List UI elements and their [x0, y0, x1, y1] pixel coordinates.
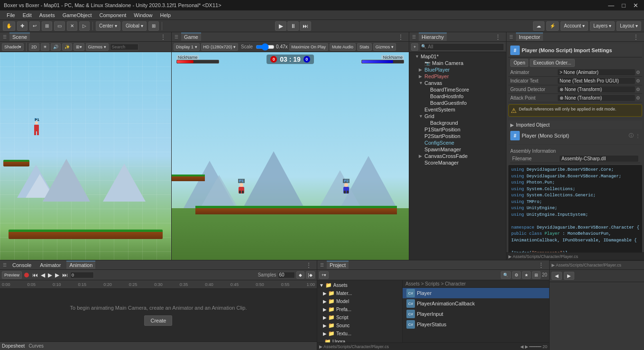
scale-tool[interactable]: ⊞	[42, 21, 52, 31]
lighting-btn[interactable]: ☀	[41, 43, 49, 51]
play-button[interactable]: ▶	[275, 21, 286, 31]
anim-go-start[interactable]: ⏮	[31, 272, 39, 278]
tab-game[interactable]: Game	[181, 33, 201, 41]
tab-animation[interactable]: Animation	[66, 261, 95, 269]
custom-tool[interactable]: ▷	[79, 21, 90, 31]
proj-folder-textures[interactable]: ▶ 📁 Textu...	[317, 330, 402, 338]
hier-item-event-system[interactable]: EventSystem	[409, 106, 506, 113]
project-search-btn[interactable]: 🔍	[501, 271, 511, 279]
move-tool[interactable]: ✚	[17, 21, 28, 31]
project-view-btn[interactable]: ⊞	[532, 271, 541, 279]
pause-button[interactable]: ⏸	[287, 21, 299, 31]
hier-item-blue-player[interactable]: ▶ BluePlayer	[409, 66, 506, 73]
hierarchy-search[interactable]	[420, 43, 504, 51]
cloud-btn[interactable]: ⚡	[546, 21, 559, 31]
rotate-tool[interactable]: ↩	[29, 21, 40, 31]
layout-btn[interactable]: Layout ▾	[616, 21, 641, 31]
proj-slider[interactable]: ━━━━━	[529, 344, 541, 349]
menu-help[interactable]: Help	[156, 12, 175, 18]
hierarchy-add-btn[interactable]: +	[411, 43, 418, 51]
proj-folder-scripts[interactable]: ▶ 📁 Script	[317, 313, 402, 322]
hier-item-spawn-manager[interactable]: SpawnManager	[409, 146, 506, 153]
hier-item-p1start[interactable]: P1StartPosition	[409, 126, 506, 133]
proj-nav-right[interactable]: ▶	[525, 344, 528, 349]
anim-next-frame[interactable]: ▶	[54, 272, 60, 278]
project-star-btn[interactable]: ★	[522, 271, 531, 279]
fx-btn[interactable]: ✨	[62, 43, 72, 51]
curves-tab[interactable]: Curves	[28, 343, 44, 349]
menu-window[interactable]: Window	[130, 12, 156, 18]
resolution-btn[interactable]: HD (1280x720) ▾	[201, 43, 239, 51]
grid-btn[interactable]: ⊞	[148, 21, 159, 31]
hier-item-p2start[interactable]: P2StartPosition	[409, 133, 506, 139]
hier-item-board-time[interactable]: BoardTimeScore	[409, 86, 506, 93]
hier-item-red-player[interactable]: ▶ RedPlayer	[409, 73, 506, 80]
mute-audio-btn[interactable]: Mute Audio	[330, 43, 356, 51]
maximize-on-play-btn[interactable]: Maximize On Play	[289, 43, 329, 51]
file-item-player[interactable]: C# Player	[403, 288, 549, 298]
imported-object-header[interactable]: ▶ Imported Object	[508, 121, 642, 129]
project-settings-btn[interactable]: ⚙	[512, 271, 521, 279]
preview-btn[interactable]: Preview	[2, 271, 22, 279]
footer-nav-left[interactable]: ◀	[552, 272, 562, 280]
menu-assets[interactable]: Assets	[36, 12, 59, 18]
rect-tool[interactable]: ▭	[54, 21, 65, 31]
proj-folder-prefabs[interactable]: ▶ 📁 Prefa...	[317, 305, 402, 313]
tab-console[interactable]: Console	[9, 261, 34, 269]
proj-folder-assets[interactable]: ▼ 📁 Assets	[317, 281, 402, 289]
scene-search[interactable]	[110, 44, 138, 50]
layers-btn[interactable]: Layers ▾	[590, 21, 615, 31]
project-options[interactable]: ⋮	[536, 261, 546, 269]
maximize-btn[interactable]: □	[620, 2, 627, 9]
hier-item-map01[interactable]: ▼ Map01*	[409, 53, 506, 60]
menu-component[interactable]: Component	[95, 12, 130, 18]
audio-btn[interactable]: 🔊	[51, 43, 61, 51]
scene-options-btn[interactable]: ⋮	[158, 33, 168, 41]
file-item-player-status[interactable]: C# PlayerStatus	[403, 319, 549, 330]
scene-view[interactable]: P1	[0, 52, 171, 260]
tab-hierarchy[interactable]: Hierarchy	[419, 33, 447, 41]
create-animator-btn[interactable]: Create	[144, 315, 172, 326]
anim-play[interactable]: ▶	[47, 272, 53, 278]
anim-add-event[interactable]: |◆	[306, 271, 315, 279]
project-add-btn[interactable]: +▾	[319, 271, 329, 279]
execution-order-btn[interactable]: Execution Order...	[530, 59, 574, 67]
global-local-btn[interactable]: Global ▾	[122, 21, 147, 31]
hier-item-main-camera[interactable]: 📷 Main Camera	[409, 60, 506, 66]
open-script-btn[interactable]: Open	[510, 59, 528, 67]
field-settings-icon[interactable]: ⚙	[636, 95, 640, 101]
center-pivot-btn[interactable]: Center ▾	[96, 21, 120, 31]
tab-inspector[interactable]: Inspector	[516, 33, 543, 41]
hand-tool[interactable]: ✋	[3, 21, 15, 31]
hier-item-config-scene[interactable]: ConfigScene	[409, 139, 506, 146]
game-options-btn[interactable]: ⋮	[396, 33, 406, 41]
gizmos-btn[interactable]: Gizmos ▾	[86, 43, 109, 51]
hier-item-score-manager[interactable]: ScoreManager	[409, 159, 506, 166]
file-item-player-input[interactable]: C# PlayerInput	[403, 309, 549, 319]
account-btn[interactable]: Account ▾	[561, 21, 588, 31]
stats-btn[interactable]: Stats	[357, 43, 372, 51]
tab-animator[interactable]: Animator	[37, 261, 64, 269]
imported-script-menu[interactable]: ⋮	[635, 133, 640, 138]
file-item-player-animation-callback[interactable]: C# PlayerAnimationCallback	[403, 298, 549, 309]
2d-mode-btn[interactable]: 2D	[29, 43, 39, 51]
field-settings-icon[interactable]: ⚙	[636, 78, 640, 83]
footer-nav-right[interactable]: ▶	[564, 272, 574, 280]
step-button[interactable]: ⏭	[300, 21, 311, 31]
anim-time-input[interactable]	[70, 272, 94, 278]
field-settings-icon[interactable]: ⚙	[636, 87, 640, 92]
samples-input[interactable]	[278, 272, 295, 278]
anim-prev-frame[interactable]: ◀	[40, 272, 46, 278]
menu-edit[interactable]: Edit	[19, 12, 36, 18]
proj-folder-materials[interactable]: ▶ 📁 Mater...	[317, 289, 402, 297]
menu-gameobject[interactable]: GameObject	[59, 12, 96, 18]
hier-item-grid[interactable]: ▼ Grid	[409, 113, 506, 120]
field-settings-icon[interactable]: ⚙	[636, 70, 640, 75]
minimize-btn[interactable]: —	[606, 2, 616, 9]
game-gizmos-btn[interactable]: Gizmos ▾	[373, 43, 396, 51]
collab-btn[interactable]: ☁	[533, 21, 544, 31]
tab-scene[interactable]: Scene	[9, 33, 30, 41]
shading-mode-btn[interactable]: Shaded ▾	[2, 43, 24, 51]
hier-item-canvas-crossfade[interactable]: ▶ CanvasCrossFade	[409, 153, 506, 159]
scale-slider[interactable]	[256, 44, 275, 50]
